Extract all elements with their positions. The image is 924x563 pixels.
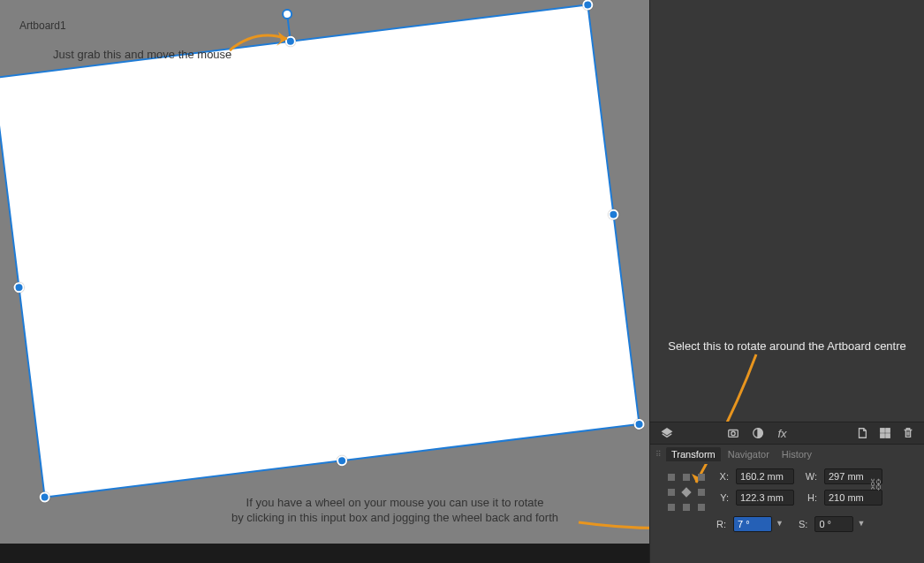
panel-drag-icon[interactable]: ⠿: [655, 450, 660, 459]
annotation-anchor: Select this to rotate around the Artboar…: [659, 339, 915, 354]
anchor-center[interactable]: [681, 487, 691, 497]
resize-handle-bottom-right[interactable]: [633, 418, 645, 430]
annotation-wheel-line2: by clicking in this input box and joggin…: [231, 511, 558, 524]
panel-icon-bar: fx: [650, 422, 924, 445]
annotation-wheel-line1: If you have a wheel on your mouse you ca…: [246, 496, 544, 509]
tab-history[interactable]: History: [776, 447, 817, 461]
s-label: S:: [799, 519, 807, 529]
shear-input[interactable]: [814, 516, 853, 532]
svg-rect-8: [886, 429, 890, 432]
contrast-icon[interactable]: [751, 426, 765, 440]
shear-dropdown-caret[interactable]: ▼: [857, 519, 866, 528]
w-label: W:: [805, 471, 817, 482]
resize-handle-right[interactable]: [608, 209, 619, 220]
anchor-bottom-left[interactable]: [668, 504, 675, 511]
tab-navigator[interactable]: Navigator: [723, 447, 775, 461]
anchor-top-left[interactable]: [668, 474, 675, 481]
annotation-grab-handle: Just grab this and move the mouse: [53, 47, 231, 62]
layers-icon[interactable]: [660, 426, 674, 440]
h-input[interactable]: [824, 490, 882, 506]
right-panel: Select this to rotate around the Artboar…: [649, 0, 924, 563]
resize-handle-bottom[interactable]: [336, 455, 347, 467]
rotate-handle[interactable]: [281, 8, 292, 19]
x-input[interactable]: [736, 468, 794, 484]
page-icon[interactable]: [855, 426, 869, 440]
grid-icon[interactable]: [878, 426, 892, 440]
svg-rect-7: [881, 429, 884, 432]
anchor-left[interactable]: [668, 489, 675, 496]
y-input[interactable]: [736, 490, 794, 506]
h-label: H:: [805, 492, 817, 503]
anchor-top-right[interactable]: [698, 474, 705, 481]
rotation-dropdown-caret[interactable]: ▼: [776, 519, 784, 528]
camera-icon[interactable]: [726, 426, 740, 440]
artboard-label: Artboard1: [19, 19, 66, 32]
tab-transform[interactable]: Transform: [666, 447, 721, 461]
anchor-top[interactable]: [683, 474, 690, 481]
svg-point-5: [731, 431, 734, 435]
rotate-handle-stem: [287, 18, 292, 37]
anchor-right[interactable]: [698, 489, 705, 496]
canvas-area[interactable]: Artboard1 Just grab this and move the mo…: [0, 0, 649, 544]
resize-handle-bottom-left[interactable]: [39, 491, 50, 503]
resize-handle-top-right[interactable]: [582, 0, 594, 11]
trash-icon[interactable]: [901, 426, 915, 440]
anchor-point-widget[interactable]: [668, 474, 705, 511]
rotation-input[interactable]: [733, 516, 772, 532]
resize-handle-left[interactable]: [13, 282, 25, 293]
anchor-bottom[interactable]: [683, 504, 690, 511]
artboard-rect[interactable]: [0, 4, 640, 498]
annotation-wheel: If you have a wheel on your mouse you ca…: [205, 495, 585, 525]
link-dimensions-icon[interactable]: ⛓: [869, 477, 882, 491]
r-label: R:: [716, 519, 726, 529]
x-label: X:: [716, 471, 729, 482]
svg-rect-10: [886, 434, 890, 437]
resize-handle-top[interactable]: [284, 35, 296, 47]
y-label: Y:: [716, 492, 729, 503]
transform-fields: X: W: Y: H:: [716, 468, 886, 506]
fx-icon[interactable]: fx: [776, 426, 790, 440]
anchor-bottom-right[interactable]: [698, 504, 705, 511]
svg-rect-9: [881, 434, 884, 437]
svg-marker-3: [663, 429, 672, 435]
panel-tabs: ⠿ Transform Navigator History: [650, 445, 924, 464]
rotation-shear-row: R: ▼ S: ▼: [716, 516, 853, 532]
